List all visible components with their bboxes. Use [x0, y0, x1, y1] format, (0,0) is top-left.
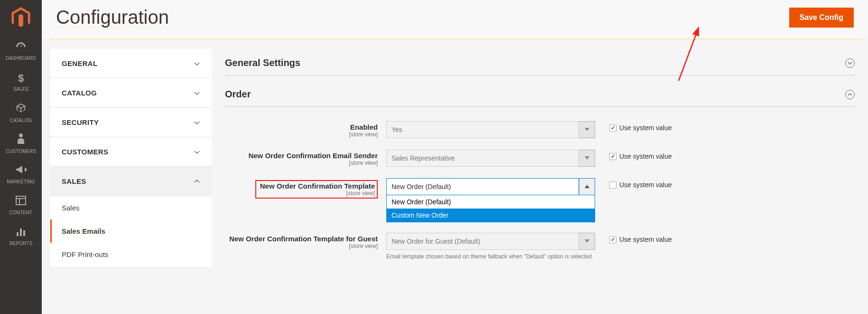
config-nav-customers[interactable]: CUSTOMERS [50, 137, 212, 167]
config-nav-label: CATALOG [62, 89, 97, 97]
chevron-down-icon [194, 60, 200, 67]
select-value: Sales Representative [386, 150, 579, 167]
chevron-down-icon [579, 121, 595, 138]
admin-sidebar: DASHBOARD $ SALES CATALOG CUSTOMERS MARK… [0, 0, 42, 266]
config-nav-security[interactable]: SECURITY [50, 108, 212, 137]
config-nav-label: SALES [62, 177, 86, 185]
config-nav-label: CUSTOMERS [62, 148, 108, 156]
select-value: New Order (Default) [386, 178, 579, 195]
field-label: New Order Confirmation Email Sender [225, 152, 378, 160]
annotation-highlight: New Order Confirmation Template [store v… [255, 180, 378, 199]
use-system-checkbox[interactable] [609, 181, 616, 189]
checkbox-label: Use system value [619, 152, 672, 160]
megaphone-icon [15, 165, 27, 177]
dashboard-icon [15, 41, 27, 54]
field-note: Email template chosen based on theme fal… [386, 253, 595, 261]
config-nav-general[interactable]: GENERAL [50, 49, 212, 78]
template-guest-select[interactable]: New Order for Guest (Default) [386, 233, 595, 250]
nav-label: REPORTS [9, 241, 32, 246]
dropdown-option[interactable]: New Order (Default) [387, 195, 595, 209]
select-value: Yes [386, 121, 579, 138]
nav-label: CATALOG [10, 118, 32, 123]
box-icon [16, 103, 26, 116]
use-system-checkbox[interactable] [609, 153, 616, 160]
expand-icon [845, 90, 855, 99]
sender-select[interactable]: Sales Representative [386, 150, 595, 167]
save-config-button[interactable]: Save Config [789, 8, 854, 28]
config-sub-pdf[interactable]: PDF Print-outs [50, 243, 212, 266]
nav-marketing[interactable]: MARKETING [0, 159, 42, 190]
section-order[interactable]: Order [225, 80, 855, 107]
chevron-down-icon [194, 149, 200, 155]
bars-icon [16, 227, 26, 239]
magento-logo[interactable] [0, 0, 42, 36]
magento-logo-icon [11, 7, 30, 29]
config-nav-catalog[interactable]: CATALOG [50, 78, 212, 108]
nav-sales[interactable]: $ SALES [0, 67, 42, 97]
chevron-down-icon [579, 233, 595, 250]
nav-catalog[interactable]: CATALOG [0, 97, 42, 128]
field-scope: [store view] [225, 131, 378, 138]
field-scope: [store view] [225, 160, 378, 166]
chevron-down-icon [194, 119, 200, 126]
select-value: New Order for Guest (Default) [386, 233, 579, 250]
page-header: Configuration Save Config [42, 0, 868, 38]
field-scope: [store view] [260, 190, 375, 197]
field-template: New Order Confirmation Template [store v… [225, 172, 855, 204]
nav-customers[interactable]: CUSTOMERS [0, 128, 42, 159]
config-sub-sales-emails[interactable]: Sales Emails [50, 219, 212, 243]
field-label: New Order Confirmation Template for Gues… [225, 235, 378, 243]
config-nav-sales[interactable]: SALES [50, 167, 212, 196]
nav-reports[interactable]: REPORTS [0, 221, 42, 252]
person-icon [17, 133, 25, 147]
config-nav-label: GENERAL [62, 59, 97, 67]
collapse-icon [845, 58, 855, 68]
nav-label: SALES [13, 86, 28, 92]
nav-content[interactable]: CONTENT [0, 190, 42, 221]
enabled-select[interactable]: Yes [386, 121, 595, 138]
checkbox-label: Use system value [619, 236, 672, 243]
section-title: Order [225, 89, 251, 100]
chevron-up-icon [194, 178, 200, 185]
dropdown-option[interactable]: Custom New Order [387, 209, 595, 222]
page-title: Configuration [56, 7, 169, 28]
template-select[interactable]: New Order (Default) New Order (Default) … [386, 178, 595, 195]
dollar-icon: $ [18, 72, 24, 85]
section-title: General Settings [225, 57, 300, 68]
nav-label: MARKETING [7, 179, 35, 184]
layout-icon [16, 196, 26, 208]
field-label: Enabled [225, 123, 378, 131]
nav-label: DASHBOARD [6, 56, 36, 61]
use-system-checkbox[interactable] [609, 236, 616, 243]
config-sub-sales[interactable]: Sales [50, 196, 212, 219]
field-label: New Order Confirmation Template [260, 182, 375, 190]
checkbox-label: Use system value [619, 181, 672, 189]
field-scope: [store view] [225, 243, 378, 249]
settings-area: General Settings Order Enabled [store vi… [225, 49, 859, 266]
nav-dashboard[interactable]: DASHBOARD [0, 36, 42, 67]
field-enabled: Enabled [store view] Yes Use sys [225, 115, 855, 144]
template-dropdown: New Order (Default) Custom New Order [386, 195, 595, 222]
nav-label: CUSTOMERS [6, 149, 36, 154]
use-system-checkbox[interactable] [609, 124, 616, 132]
config-nav-label: SECURITY [62, 118, 99, 126]
section-general-settings[interactable]: General Settings [225, 49, 855, 76]
checkbox-label: Use system value [619, 124, 672, 132]
chevron-up-icon [579, 178, 595, 195]
field-sender: New Order Confirmation Email Sender [sto… [225, 144, 855, 172]
field-template-guest: New Order Confirmation Template for Gues… [225, 227, 855, 266]
chevron-down-icon [579, 150, 595, 167]
nav-label: CONTENT [9, 210, 32, 215]
config-nav: GENERAL CATALOG SECURITY CUSTOMERS SALES… [50, 49, 212, 266]
chevron-down-icon [194, 90, 200, 96]
